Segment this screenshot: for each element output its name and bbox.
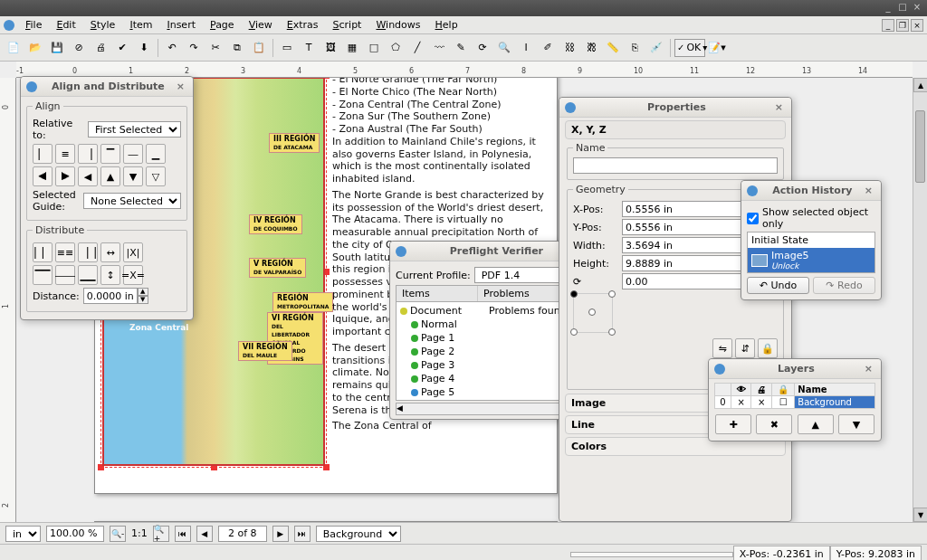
- scrollbar-vertical[interactable]: ▲ ▼: [913, 78, 927, 522]
- panel-close[interactable]: ×: [772, 101, 786, 113]
- window-minimize[interactable]: _: [882, 2, 894, 14]
- menu-file[interactable]: File: [18, 17, 49, 33]
- print-icon[interactable]: 🖨: [91, 38, 110, 58]
- link-frames-icon[interactable]: ⛓: [559, 38, 579, 58]
- menu-style[interactable]: Style: [83, 17, 123, 33]
- history-initial[interactable]: Initial State: [748, 233, 874, 248]
- spin-up[interactable]: ▲: [138, 288, 148, 296]
- align-top-icon[interactable]: ▔: [100, 144, 120, 164]
- layer-up-icon[interactable]: ▲: [798, 414, 834, 434]
- layer-add-icon[interactable]: ✚: [715, 414, 751, 434]
- eyedropper-icon[interactable]: 💉: [646, 38, 666, 58]
- shape-rect-icon[interactable]: □: [364, 38, 384, 58]
- dist-top-icon[interactable]: ▔▔: [33, 265, 53, 285]
- undo-button[interactable]: ↶ Undo: [747, 277, 809, 294]
- layer-visible-toggle[interactable]: ×: [731, 396, 751, 409]
- panel-close[interactable]: ×: [862, 185, 875, 196]
- align-right-icon[interactable]: ▕: [78, 144, 98, 164]
- window-maximize[interactable]: □: [896, 2, 909, 14]
- unit-select[interactable]: in: [5, 526, 41, 542]
- align-bottom-icon[interactable]: ▁: [146, 144, 166, 164]
- menu-item[interactable]: Item: [122, 17, 159, 33]
- zoom-out-icon[interactable]: 🔍-: [110, 526, 126, 542]
- table-icon[interactable]: ▦: [342, 38, 362, 58]
- layer-down-icon[interactable]: ▼: [838, 414, 874, 434]
- menu-view[interactable]: View: [242, 17, 280, 33]
- page-input[interactable]: [218, 526, 267, 542]
- align-top-edges-icon[interactable]: ▲: [100, 166, 120, 186]
- mdi-restore[interactable]: ❐: [896, 19, 909, 32]
- copy-icon[interactable]: ⧉: [227, 38, 247, 58]
- mdi-minimize[interactable]: _: [882, 19, 894, 32]
- select-icon[interactable]: ▭: [277, 38, 297, 58]
- dist-equal-v-icon[interactable]: =X=: [123, 265, 143, 285]
- layer-name[interactable]: Background: [795, 396, 875, 409]
- dist-right-icon[interactable]: ▕▕: [78, 242, 98, 262]
- flip-v-icon[interactable]: ⇵: [735, 338, 755, 358]
- panel-close[interactable]: ×: [174, 81, 187, 92]
- align-centers-v-icon[interactable]: ▼: [123, 166, 143, 186]
- dist-vgap-icon[interactable]: ↕: [100, 265, 120, 285]
- layer-lock-toggle[interactable]: ☐: [772, 396, 795, 409]
- dist-hgap-icon[interactable]: ↔: [100, 242, 120, 262]
- history-item[interactable]: Image5 Unlock: [748, 248, 874, 272]
- rotate-icon[interactable]: ⟳: [473, 38, 492, 58]
- prev-page-icon[interactable]: ◀: [196, 526, 213, 542]
- scroll-thumb[interactable]: [915, 110, 925, 183]
- flip-h-icon[interactable]: ⇋: [712, 338, 732, 358]
- align-bottom-edges-icon[interactable]: ▽: [146, 166, 166, 186]
- align-centers-h-icon[interactable]: ⯈: [55, 166, 75, 186]
- next-page-icon[interactable]: ▶: [272, 526, 289, 542]
- show-selected-checkbox[interactable]: [747, 213, 759, 224]
- image-frame-icon[interactable]: 🖼: [320, 38, 340, 58]
- new-icon[interactable]: 📄: [4, 38, 24, 58]
- relative-to-select[interactable]: First Selected: [88, 121, 181, 138]
- lock-icon[interactable]: 🔒: [758, 338, 778, 358]
- spin-down[interactable]: ▼: [138, 296, 148, 304]
- pdf-annotation-icon[interactable]: 📝▾: [707, 38, 727, 58]
- pdf-export-icon[interactable]: ⬇: [134, 38, 154, 58]
- align-right-edges-icon[interactable]: ◀: [78, 166, 98, 186]
- zoom-in-icon[interactable]: 🔍+: [153, 526, 169, 542]
- bezier-icon[interactable]: 〰: [429, 38, 449, 58]
- paste-icon[interactable]: 📋: [249, 38, 269, 58]
- menu-extras[interactable]: Extras: [280, 17, 326, 33]
- line-icon[interactable]: ╱: [407, 38, 427, 58]
- panel-close[interactable]: ×: [862, 363, 875, 375]
- distance-input[interactable]: [83, 288, 138, 304]
- text-frame-icon[interactable]: T: [299, 38, 319, 58]
- redo-icon[interactable]: ↷: [184, 38, 204, 58]
- unlink-frames-icon[interactable]: ⛓̸: [581, 38, 601, 58]
- basepoint-selector[interactable]: [573, 293, 613, 333]
- measure-icon[interactable]: 📏: [603, 38, 623, 58]
- layer-print-toggle[interactable]: ×: [751, 396, 772, 409]
- layer-delete-icon[interactable]: ✖: [756, 414, 792, 434]
- align-left-edges-icon[interactable]: ⯇: [33, 166, 53, 186]
- zoom-ratio[interactable]: 1:1: [131, 527, 148, 539]
- layer-select[interactable]: Background: [316, 526, 401, 542]
- copy-props-icon[interactable]: ⎘: [625, 38, 645, 58]
- preflight-icon[interactable]: ✔: [112, 38, 132, 58]
- align-left-icon[interactable]: ▏: [33, 144, 53, 164]
- open-icon[interactable]: 📂: [25, 38, 45, 58]
- story-editor-icon[interactable]: ✐: [538, 38, 558, 58]
- dist-bottom-icon[interactable]: ▁▁: [78, 265, 98, 285]
- scroll-up-icon[interactable]: ▲: [913, 78, 927, 92]
- menu-help[interactable]: Help: [428, 17, 465, 33]
- save-icon[interactable]: 💾: [47, 38, 67, 58]
- dist-hcenter-icon[interactable]: ≡≡: [55, 242, 75, 262]
- dist-vcenter-icon[interactable]: ――: [55, 265, 75, 285]
- zoom-icon[interactable]: 🔍: [494, 38, 514, 58]
- align-center-v-icon[interactable]: ―: [123, 144, 143, 164]
- freehand-icon[interactable]: ✎: [451, 38, 471, 58]
- edit-text-icon[interactable]: I: [516, 38, 536, 58]
- dist-left-icon[interactable]: ▏▏: [33, 242, 53, 262]
- last-page-icon[interactable]: ⏭: [294, 526, 311, 542]
- first-page-icon[interactable]: ⏮: [175, 526, 191, 542]
- mdi-close[interactable]: ×: [911, 19, 923, 32]
- pdf-field-ok[interactable]: ✓ OK ▾: [674, 39, 705, 57]
- menu-page[interactable]: Page: [203, 17, 242, 33]
- menu-insert[interactable]: Insert: [159, 17, 203, 33]
- menu-windows[interactable]: Windows: [368, 17, 427, 33]
- dist-equal-h-icon[interactable]: |X|: [123, 242, 143, 262]
